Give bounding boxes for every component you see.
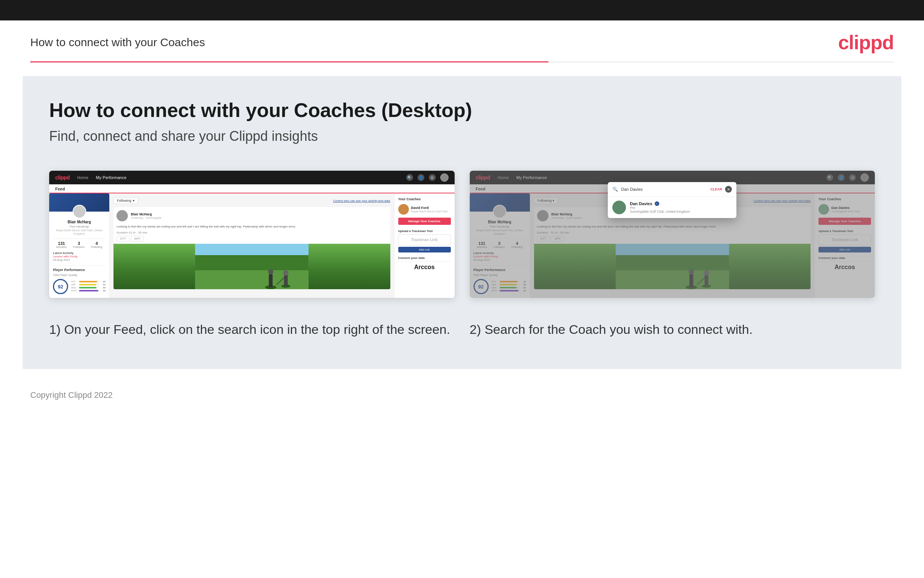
bar-track-ott (79, 281, 99, 283)
feed-post-1: Blair McHarg Yesterday · Sunningdale Loo… (113, 207, 390, 289)
golf-scene-1 (113, 244, 390, 289)
screenshot-1: clippd Home My Performance 🔍 👤 ⚙ Feed (49, 171, 455, 298)
search-modal: 🔍 Dan Davies CLEAR ✕ Dan Davies ✓ Pro Su… (608, 182, 736, 218)
search-icon-modal: 🔍 (612, 187, 618, 192)
search-input-value[interactable]: Dan Davies (621, 187, 707, 192)
post-avatar-1 (117, 210, 128, 221)
stat-following-1: 4 Following (91, 241, 102, 248)
bar-label-arg: ARG (71, 287, 78, 289)
following-row-1: Following ▾ Control who can see your act… (113, 197, 390, 204)
bar-val-app: 85 (100, 284, 105, 286)
bar-track-putt (79, 290, 99, 291)
latest-activity-name-1: Lesson with Fordy (53, 255, 105, 258)
following-label-1: Following (117, 199, 131, 203)
feed-tab-1[interactable]: Feed (49, 184, 455, 193)
main-content: How to connect with your Coaches (Deskto… (23, 76, 901, 369)
result-name: Dan Davies (630, 201, 652, 206)
user-avatar-nav-1[interactable] (440, 174, 448, 182)
screenshot-2: clippd Home My Performance 🔍 👤 ⚙ Feed (470, 171, 875, 298)
connect-title-1: Connect your data (398, 256, 451, 260)
copyright-text: Copyright Clippd 2022 (30, 390, 113, 400)
coach-info-1: David Ford Royal North Devon Golf Club (411, 206, 448, 213)
post-actions-1: OTT APP (113, 236, 390, 244)
latest-activity-1: Latest Activity Lesson with Fordy 03 Aug… (53, 251, 105, 261)
bar-fill-putt (79, 290, 98, 291)
bar-label-ott: OTT (71, 281, 78, 283)
mid-col-1: Following ▾ Control who can see your act… (110, 193, 394, 298)
app-logo-small-1: clippd (55, 174, 70, 180)
post-header-1: Blair McHarg Yesterday · Sunningdale (113, 207, 390, 224)
stat-activities-value-1: 131 (57, 241, 67, 246)
nav-home-1[interactable]: Home (77, 175, 88, 180)
post-btn-off-1[interactable]: OTT (117, 236, 129, 242)
caption-1: 1) On your Feed, click on the search ico… (49, 321, 455, 339)
header: How to connect with your Coaches clippd (0, 20, 924, 61)
result-name-row: Dan Davies ✓ (630, 201, 690, 206)
perf-circle-row-1: 92 OTT 90 APP (53, 279, 105, 294)
app-nav-1: clippd Home My Performance 🔍 👤 ⚙ (49, 171, 455, 184)
perf-bar-arg: ARG 86 (71, 287, 105, 289)
bar-val-putt: 96 (100, 289, 105, 292)
clippd-logo: clippd (838, 31, 894, 54)
post-duration-1: Duration 01 hr : 30 min (113, 231, 390, 236)
nav-icons-1: 🔍 👤 ⚙ (406, 174, 448, 182)
trackman-box-1: Trackman Link (398, 234, 451, 245)
bar-track-arg (79, 287, 99, 289)
stat-activities-label-1: Activities (57, 246, 67, 248)
stat-followers-label-1: Followers (73, 246, 85, 248)
bar-fill-app (79, 284, 96, 286)
top-bar (0, 0, 924, 20)
page-title: How to connect with your Coaches (30, 36, 205, 49)
result-avatar (612, 201, 626, 214)
manage-coaches-button-1[interactable]: Manage Your Coaches (398, 218, 451, 225)
search-icon-1[interactable]: 🔍 (406, 174, 413, 181)
perf-subtitle-1: Total Player Quality (53, 273, 105, 277)
bar-label-app: APP (71, 284, 78, 286)
perf-title-1: Player Performance (53, 268, 105, 272)
player-perf-1: Player Performance Total Player Quality … (53, 265, 105, 294)
profile-cover-1 (49, 193, 109, 212)
control-link-1[interactable]: Control who can see your activity and da… (333, 199, 390, 203)
bar-label-putt: PUTT (71, 289, 78, 292)
svg-rect-2 (195, 270, 309, 289)
result-role: Pro (630, 206, 690, 210)
coach-sub-1: Royal North Devon Golf Club (411, 210, 448, 213)
profile-location-1: Royal North Devon Golf Club, United King… (53, 229, 105, 235)
feed-tab-label-1: Feed (55, 187, 65, 193)
latest-activity-date-1: 03 Aug 2022 (53, 258, 105, 261)
profile-name-1: Blair McHarg (53, 220, 105, 224)
settings-icon-1[interactable]: ⚙ (429, 174, 436, 181)
user-icon-1[interactable]: 👤 (417, 174, 424, 181)
stat-followers-value-1: 3 (73, 241, 85, 246)
svg-point-5 (268, 269, 273, 274)
bar-val-ott: 90 (100, 281, 105, 283)
profile-stats-1: 131 Activities 3 Followers 4 Following (53, 239, 105, 248)
perf-bar-app: APP 85 (71, 284, 105, 286)
arccos-logo-1: Arccos (398, 261, 451, 273)
search-close-button[interactable]: ✕ (725, 186, 732, 193)
stat-followers-1: 3 Followers (73, 241, 85, 248)
following-button-1[interactable]: Following ▾ (113, 197, 138, 204)
stat-following-value-1: 4 (91, 241, 102, 246)
coach-item-1: David Ford Royal North Devon Golf Club (398, 204, 451, 214)
bar-fill-arg (79, 287, 96, 289)
chevron-down-icon-1: ▾ (133, 199, 135, 203)
bar-fill-ott (79, 281, 97, 283)
header-divider (30, 61, 894, 62)
svg-rect-7 (284, 275, 288, 286)
result-info: Dan Davies ✓ Pro Sunningdale Golf Club, … (630, 201, 690, 213)
golf-svg-1 (113, 244, 390, 289)
perf-circle-1: 92 (53, 279, 68, 294)
post-author-info-1: Blair McHarg Yesterday · Sunningdale (131, 212, 162, 219)
search-result-item[interactable]: Dan Davies ✓ Pro Sunningdale Golf Club, … (608, 197, 736, 218)
post-author-name-1: Blair McHarg (131, 212, 162, 216)
caption-2: 2) Search for the Coach you wish to conn… (470, 321, 875, 339)
perf-bar-ott: OTT 90 (71, 281, 105, 283)
result-club: Sunningdale Golf Club, United Kingdom (630, 210, 690, 213)
add-link-button-1[interactable]: Add Link (398, 247, 451, 252)
post-btn-app-1[interactable]: APP (131, 236, 144, 242)
stat-following-label-1: Following (91, 246, 102, 248)
search-clear-button[interactable]: CLEAR (710, 187, 722, 191)
coach-avatar-1 (398, 204, 409, 214)
nav-my-performance-1[interactable]: My Performance (96, 175, 127, 180)
